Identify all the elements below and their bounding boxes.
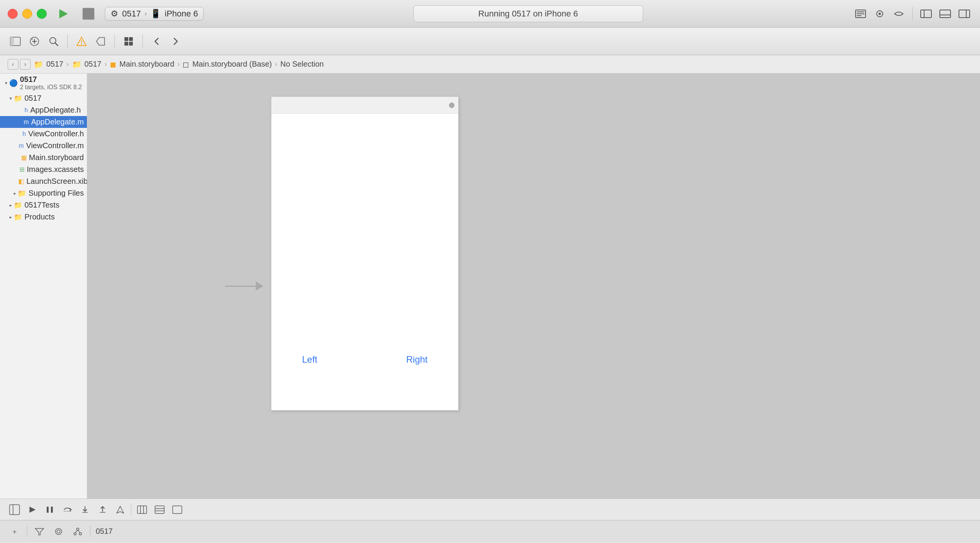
group-name: 0517Tests	[24, 201, 59, 209]
svg-point-52	[74, 533, 76, 535]
arrow-line	[225, 286, 256, 287]
view-controller[interactable]: Left Right	[271, 96, 459, 411]
svg-line-55	[78, 530, 80, 533]
titlebar: ⚙ 0517 › 📱 iPhone 6 Running 0517 on iPho…	[0, 0, 980, 28]
breadcrumb-item-4[interactable]: No Selection	[280, 60, 323, 69]
svg-rect-47	[173, 506, 182, 514]
location-button[interactable]	[113, 503, 127, 517]
back-button[interactable]	[149, 34, 164, 49]
close-button[interactable]	[8, 9, 18, 19]
breadcrumb-sep-2: ›	[177, 60, 180, 68]
maximize-button[interactable]	[37, 9, 47, 19]
breakpoint-button[interactable]	[93, 34, 108, 49]
svg-point-24	[81, 44, 82, 45]
warning-button[interactable]	[74, 34, 89, 49]
run-button[interactable]	[54, 5, 72, 23]
breadcrumb-item-1[interactable]: 0517	[85, 60, 102, 69]
editor-version-button[interactable]	[891, 6, 907, 22]
titlebar-center: Running 0517 on iPhone 6	[211, 5, 845, 22]
debug-toggle[interactable]	[937, 6, 953, 22]
svg-rect-33	[47, 507, 49, 513]
navigator-toggle[interactable]	[918, 6, 934, 22]
search-button[interactable]	[46, 34, 61, 49]
left-button[interactable]: Left	[302, 354, 317, 365]
svg-rect-10	[940, 10, 951, 18]
scheme-icon: ⚙	[111, 9, 118, 19]
group-expand-icon[interactable]	[8, 95, 14, 101]
group-name: Supporting Files	[28, 189, 84, 198]
filter-button[interactable]	[33, 525, 46, 538]
step-out-button[interactable]	[96, 503, 109, 517]
breadcrumb-forward[interactable]: ›	[20, 59, 31, 70]
file-name: ViewController.h	[28, 129, 84, 138]
minimize-button[interactable]	[22, 9, 32, 19]
sidebar-file-main-storyboard[interactable]: ▦ Main.storyboard	[0, 152, 87, 164]
scheme-bottom-label: 0517	[96, 527, 113, 536]
sidebar-group-tests[interactable]: 📁 0517Tests	[0, 199, 87, 211]
layout-full-button[interactable]	[170, 503, 184, 517]
hierarchy-button[interactable]	[71, 525, 85, 538]
utilities-toggle[interactable]	[956, 6, 972, 22]
storyboard-canvas[interactable]: Left Right	[87, 74, 980, 499]
arrow-head	[256, 281, 263, 291]
sidebar-file-images-xcassets[interactable]: ⊞ Images.xcassets	[0, 164, 87, 175]
breadcrumb-item-0[interactable]: 0517	[46, 60, 64, 69]
play-bottom-button[interactable]	[25, 503, 39, 517]
traffic-lights	[8, 9, 47, 19]
layout-horizontal-button[interactable]	[153, 503, 167, 517]
sidebar-file-launchscreen-xib[interactable]: ◧ LaunchScreen.xib	[0, 175, 87, 187]
add-file-button[interactable]: ＋	[8, 525, 21, 538]
sidebar-group-products[interactable]: 📁 Products	[0, 211, 87, 223]
sidebar-group-supporting-files[interactable]: 📁 Supporting Files	[0, 187, 87, 199]
step-over-button[interactable]	[60, 503, 74, 517]
supporting-expand-icon[interactable]	[12, 190, 18, 196]
sidebar-file-viewcontroller-h[interactable]: h ViewController.h	[0, 128, 87, 140]
svg-rect-29	[129, 42, 133, 46]
inspector-toggle[interactable]	[8, 503, 21, 517]
folder-icon: 📁	[18, 189, 26, 198]
scope-button[interactable]	[52, 525, 65, 538]
svg-marker-25	[96, 38, 105, 45]
sidebar-group-0517[interactable]: 📁 0517	[0, 92, 87, 104]
tests-expand-icon[interactable]	[8, 202, 14, 208]
grid-view-button[interactable]	[121, 34, 136, 49]
breadcrumb-item-2[interactable]: Main.storyboard	[119, 60, 174, 69]
sidebar-file-viewcontroller-m[interactable]: m ViewController.m	[0, 140, 87, 152]
scheme-selector[interactable]: ⚙ 0517 › 📱 iPhone 6	[105, 7, 204, 21]
project-name: 0517	[20, 75, 82, 84]
svg-point-49	[56, 528, 62, 535]
main-layout: 🔵 0517 2 targets, iOS SDK 8.2 📁 0517 h A…	[0, 74, 980, 499]
breadcrumb-icon-3: ◻	[183, 60, 189, 69]
forward-button[interactable]	[168, 34, 183, 49]
svg-rect-12	[959, 10, 970, 18]
svg-point-51	[77, 528, 79, 530]
editor-standard-button[interactable]	[853, 6, 869, 22]
vc-body: Left Right	[271, 114, 458, 411]
products-expand-icon[interactable]	[8, 214, 14, 220]
titlebar-right	[853, 6, 972, 22]
toolbar	[0, 28, 980, 55]
svg-rect-41	[137, 506, 147, 514]
pause-button[interactable]	[43, 503, 57, 517]
breadcrumb-item-3[interactable]: Main.storyboard (Base)	[192, 60, 272, 69]
project-expand-icon[interactable]	[3, 80, 9, 86]
project-subtitle: 2 targets, iOS SDK 8.2	[20, 84, 82, 91]
sidebar-file-appdelegate-m[interactable]: m AppDelegate.m	[0, 116, 87, 128]
file-m-icon: m	[19, 142, 24, 149]
sidebar-file-appdelegate-h[interactable]: h AppDelegate.h	[0, 104, 87, 116]
svg-rect-44	[155, 506, 164, 514]
add-target-button[interactable]	[27, 34, 42, 49]
right-button[interactable]: Right	[406, 354, 428, 365]
device-icon: 📱	[150, 9, 161, 19]
svg-marker-0	[59, 9, 68, 18]
editor-assistant-button[interactable]	[872, 6, 888, 22]
sidebar-project-root[interactable]: 🔵 0517 2 targets, iOS SDK 8.2	[0, 74, 87, 92]
layout-split-button[interactable]	[135, 503, 149, 517]
step-into-button[interactable]	[78, 503, 92, 517]
stop-button[interactable]	[80, 5, 97, 23]
sidebar: 🔵 0517 2 targets, iOS SDK 8.2 📁 0517 h A…	[0, 74, 87, 499]
breadcrumb-back[interactable]: ‹	[8, 59, 18, 70]
svg-line-54	[75, 530, 78, 533]
navigator-sidebar-button[interactable]	[8, 34, 23, 49]
svg-marker-40	[117, 506, 124, 513]
